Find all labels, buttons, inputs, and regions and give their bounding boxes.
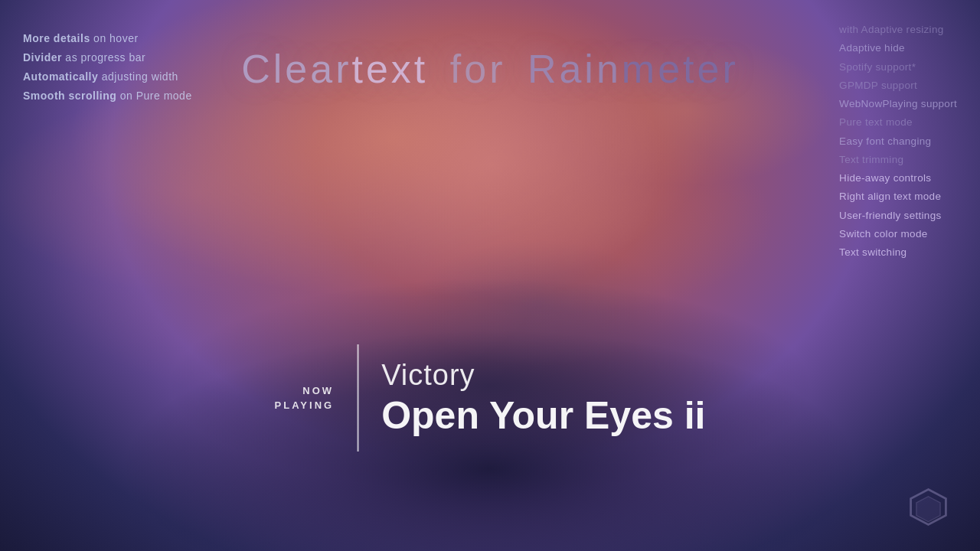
feature-bold: Divider bbox=[23, 51, 62, 64]
right-features-list: with Adaptive resizing Adaptive hide Spo… bbox=[839, 21, 957, 261]
right-feature-easy-font: Easy font changing bbox=[839, 133, 931, 150]
feature-auto-width: Automatically adjusting width bbox=[23, 69, 192, 85]
right-feature-pure-text: Pure text mode bbox=[839, 114, 913, 131]
now-playing-line1: NOW bbox=[302, 383, 334, 399]
track-artist: Victory bbox=[381, 359, 705, 392]
now-playing-line2: PLAYING bbox=[275, 398, 335, 413]
title-for: for bbox=[436, 47, 520, 91]
progress-divider bbox=[357, 344, 358, 452]
feature-smooth-scroll: Smooth scrolling on Pure mode bbox=[23, 88, 192, 104]
now-playing-section: NOW PLAYING Victory Open Your Eyes ii bbox=[275, 344, 706, 452]
right-feature-right-align: Right align text mode bbox=[839, 188, 941, 205]
feature-divider: Divider as progress bar bbox=[23, 50, 192, 66]
title-meter: meter bbox=[622, 47, 739, 91]
right-feature-spotify: Spotify support* bbox=[839, 59, 916, 76]
track-info: Victory Open Your Eyes ii bbox=[381, 359, 705, 437]
main-title: Cleartext for Rainmeter bbox=[241, 46, 739, 92]
right-feature-header: with Adaptive resizing bbox=[839, 21, 943, 38]
cleartext-logo-icon bbox=[907, 486, 949, 528]
feature-bold: Smooth scrolling bbox=[23, 90, 116, 102]
right-feature-gpmdp: GPMDP support bbox=[839, 77, 917, 94]
right-feature-user-settings: User-friendly settings bbox=[839, 207, 941, 224]
title-rain: Rain bbox=[528, 47, 622, 91]
content-layer: Cleartext for Rainmeter More details on … bbox=[0, 0, 980, 551]
logo-svg bbox=[907, 486, 949, 528]
right-feature-adaptive-hide: Adaptive hide bbox=[839, 40, 905, 57]
svg-marker-1 bbox=[916, 497, 940, 522]
left-features-list: More details on hover Divider as progres… bbox=[23, 31, 192, 104]
right-feature-text-trimming: Text trimming bbox=[839, 152, 903, 168]
now-playing-label: NOW PLAYING bbox=[275, 383, 335, 413]
title-clear: Clear bbox=[241, 47, 351, 91]
right-feature-hide-away: Hide-away controls bbox=[839, 170, 931, 187]
track-title: Open Your Eyes ii bbox=[381, 395, 705, 437]
title-text: text bbox=[351, 47, 428, 91]
feature-more-details: More details on hover bbox=[23, 31, 192, 47]
right-feature-webnowplaying: WebNowPlaying support bbox=[839, 96, 957, 112]
feature-bold: Automatically bbox=[23, 70, 98, 83]
feature-bold: More details bbox=[23, 32, 90, 44]
right-feature-text-switching: Text switching bbox=[839, 244, 906, 261]
right-feature-color-mode: Switch color mode bbox=[839, 226, 927, 243]
